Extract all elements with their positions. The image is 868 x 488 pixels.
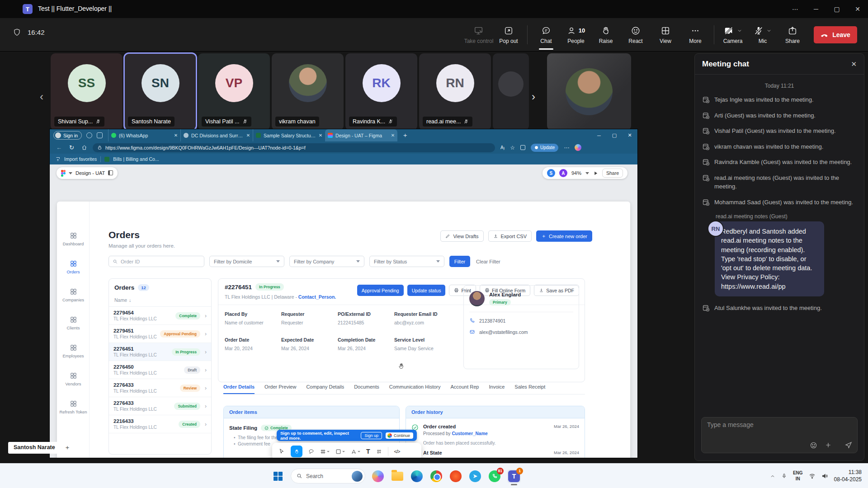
components-tool-icon[interactable]	[376, 449, 382, 455]
lasso-tool-icon[interactable]	[308, 449, 314, 455]
window-minimize-icon[interactable]: ─	[806, 0, 826, 18]
pin-presenter-icon[interactable]: ＋	[61, 442, 73, 454]
sidebar-item[interactable]: Vendors	[57, 365, 90, 393]
window-close-icon[interactable]: ✕	[847, 0, 868, 18]
participant-tile[interactable]: RN read.ai mee...	[419, 53, 491, 130]
browser-tab[interactable]: DC Divisions and Surroundings ✕	[180, 129, 253, 141]
tab-close-icon[interactable]: ✕	[174, 133, 178, 138]
bookmark-label[interactable]: Bills | Billing and Co...	[113, 156, 159, 162]
import-favorites-label[interactable]: Import favorites	[64, 156, 97, 162]
participant-tile[interactable]: VP Vishal Patil ...	[198, 53, 270, 130]
tray-clock[interactable]: 11:3808-04-2025	[834, 469, 862, 483]
sort-arrow-icon[interactable]: ↓	[129, 297, 131, 303]
back-icon[interactable]: ←	[56, 144, 62, 151]
participant-tile[interactable]: vikram chavan	[272, 53, 344, 130]
wifi-icon[interactable]	[809, 473, 816, 479]
tray-language[interactable]: ENGIN	[793, 470, 803, 482]
copilot-icon[interactable]	[575, 144, 581, 151]
scroll-left-chevron-icon[interactable]: ‹	[40, 90, 43, 103]
workspaces-icon[interactable]	[86, 132, 92, 138]
volume-icon[interactable]	[821, 473, 828, 479]
chrome-icon[interactable]	[429, 469, 443, 483]
browser-tab[interactable]: Design - UAT – Figma ✕	[325, 129, 397, 141]
split-screen-icon[interactable]	[520, 144, 525, 152]
camera-button[interactable]: Camera	[718, 18, 748, 52]
window-more-icon[interactable]: ⋯	[785, 0, 806, 18]
file-menu-chevron-icon[interactable]	[69, 172, 72, 174]
leave-button[interactable]: Leave	[814, 26, 857, 43]
approval-pending-button[interactable]: Approval Pending	[357, 285, 404, 296]
file-explorer-icon[interactable]	[391, 469, 404, 483]
order-row[interactable]: 2279451 TL Flex Holdings LLC Approval Pe…	[109, 325, 211, 343]
column-header[interactable]: Name	[114, 297, 127, 303]
share-button[interactable]: Share	[778, 18, 807, 52]
more-button[interactable]: More	[680, 18, 710, 52]
sidebar-item[interactable]: Clients	[57, 309, 90, 337]
frame-tool-icon[interactable]	[320, 449, 330, 455]
filter-dropdown[interactable]: Filter by Domicile	[209, 256, 284, 267]
chat-close-icon[interactable]: ✕	[851, 60, 857, 68]
emoji-icon[interactable]	[810, 441, 817, 449]
chat-button[interactable]: Chat	[531, 18, 561, 52]
filter-dropdown[interactable]: Filter by Company	[289, 256, 364, 267]
people-button[interactable]: 10 People	[561, 18, 591, 52]
copilot-taskbar-icon[interactable]	[371, 469, 385, 483]
address-bar[interactable]: https://www.figma.com/design/9BKQ0FOHRWa…	[93, 143, 495, 152]
send-icon[interactable]	[844, 441, 853, 449]
shape-tool-icon[interactable]	[335, 449, 345, 455]
detail-tab[interactable]: Order Preview	[264, 384, 296, 394]
create-new-order-button[interactable]: ＋ Create new order	[536, 230, 592, 242]
order-row[interactable]: 2276433 TL Flex Holdings LLC Review ›	[109, 379, 211, 397]
tray-chevron-up-icon[interactable]	[770, 474, 775, 479]
present-play-icon[interactable]	[593, 171, 598, 176]
window-maximize-icon[interactable]: ▢	[826, 0, 847, 18]
order-row[interactable]: 2279454 TL Flex Holdings LLC Complete ›	[109, 307, 211, 325]
scroll-right-chevron-icon[interactable]: ›	[532, 90, 535, 103]
tab-close-icon[interactable]: ✕	[319, 133, 322, 138]
mic-button[interactable]: Mic	[748, 18, 778, 52]
browser-tab[interactable]: (6) WhatsApp ✕	[108, 129, 180, 141]
order-row[interactable]: 2276451 TL Flex Holdings LLC In Progress…	[109, 343, 211, 361]
detail-tab[interactable]: Order Details	[223, 384, 255, 394]
hand-tool-icon[interactable]	[291, 446, 302, 457]
contact-person-link[interactable]: Contact_Person.	[298, 294, 336, 300]
teams-taskbar-icon[interactable]: T 1	[507, 469, 521, 483]
react-button[interactable]: React	[621, 18, 651, 52]
figma-file-pill[interactable]: Design - UAT	[57, 167, 118, 179]
pen-tool-icon[interactable]	[351, 449, 360, 455]
sidebar-item[interactable]: Orders	[57, 253, 90, 281]
browser-maximize-icon[interactable]: ▢	[607, 129, 622, 141]
view-button[interactable]: View	[651, 18, 680, 52]
zoom-chevron-icon[interactable]	[585, 172, 589, 174]
contact-email[interactable]: alex@vstatefilings.com	[479, 329, 528, 335]
detail-tab[interactable]: Sales Receipt	[514, 384, 545, 394]
sidebar-item[interactable]: Companies	[57, 281, 90, 309]
view-drafts-button[interactable]: View Drafts	[440, 230, 483, 242]
detail-tab[interactable]: Communication History	[389, 384, 441, 394]
participant-tile[interactable]: RK Ravindra K...	[345, 53, 417, 130]
detail-tab[interactable]: Account Rep	[451, 384, 479, 394]
spotlight-tile[interactable]	[547, 53, 631, 130]
brave-icon[interactable]	[449, 469, 462, 483]
zoom-level[interactable]: 94%	[571, 170, 581, 176]
browser-update-button[interactable]: Update	[531, 144, 558, 152]
new-tab-icon[interactable]: ＋	[402, 131, 408, 140]
update-status-button[interactable]: Update status	[407, 285, 446, 296]
camera-options-chevron-icon[interactable]	[737, 28, 742, 33]
google-continue-button[interactable]: Continue	[386, 432, 413, 439]
taskbar-search-box[interactable]: Search	[291, 469, 365, 483]
detail-tab[interactable]: Company Details	[306, 384, 344, 394]
browser-tab[interactable]: Sample Salary Structure with calc ✕	[253, 129, 325, 141]
detail-tab[interactable]: Documents	[354, 384, 379, 394]
sign-up-button[interactable]: Sign up	[361, 432, 382, 439]
chat-compose-box[interactable]	[701, 417, 858, 453]
sidebar-item[interactable]: Dashboard	[57, 225, 90, 253]
mic-options-chevron-icon[interactable]	[766, 28, 772, 33]
move-tool-icon[interactable]	[278, 448, 285, 455]
sidebar-item[interactable]: Refresh Token	[57, 393, 90, 421]
tab-close-icon[interactable]: ✕	[391, 133, 395, 138]
order-row[interactable]: 2276433 TL Flex Holdings LLC Submitted ›	[109, 397, 211, 415]
order-id-input[interactable]	[121, 259, 189, 264]
raise-hand-button[interactable]: Raise	[591, 18, 621, 52]
home-icon[interactable]	[81, 145, 87, 150]
